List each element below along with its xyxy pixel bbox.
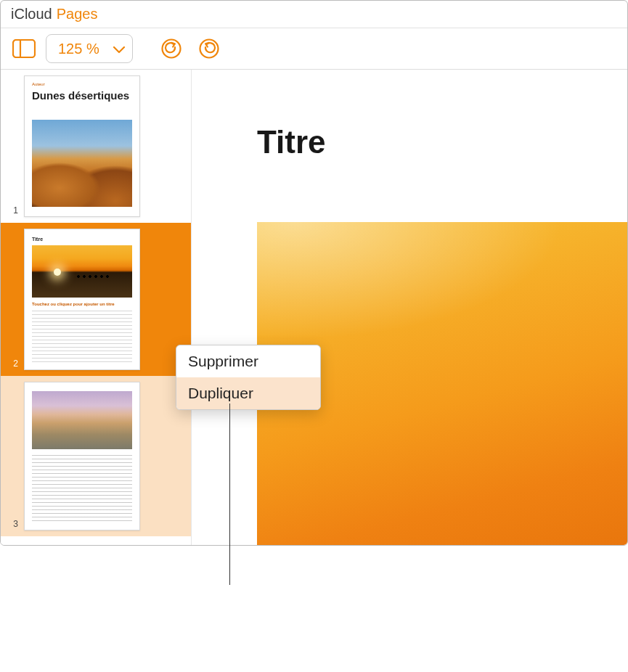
thumbnail-image xyxy=(32,120,132,207)
undo-button[interactable] xyxy=(159,36,184,61)
page-thumbnail-1[interactable]: Auteur Dunes désertiques xyxy=(24,75,140,217)
body-split: 1 Auteur Dunes désertiques 2 Titre Touch… xyxy=(1,70,627,546)
brand-icloud-label: iCloud xyxy=(11,6,52,22)
thumbnail-page-number: 2 xyxy=(8,358,18,370)
thumbnail-row[interactable]: 1 Auteur Dunes désertiques xyxy=(1,70,191,223)
context-menu: Supprimer Dupliquer xyxy=(176,345,321,410)
sidebar-toggle-icon xyxy=(12,39,36,58)
thumbnail-row[interactable]: 3 xyxy=(1,376,191,536)
callout-leader-line xyxy=(229,403,230,585)
page-thumbnail-2[interactable]: Titre Touchez ou cliquez pour ajouter un… xyxy=(24,229,140,370)
zoom-select[interactable]: 125 % xyxy=(46,34,133,63)
thumbnail-author-label: Auteur xyxy=(32,82,45,86)
svg-rect-0 xyxy=(13,40,35,57)
titlebar: iCloud Pages xyxy=(1,1,627,28)
thumbnail-mini-title: Titre xyxy=(32,237,43,242)
page-thumbnail-3[interactable] xyxy=(24,382,140,530)
page-content: Titre xyxy=(192,70,627,546)
brand-pages-label: Pages xyxy=(57,6,98,22)
page-thumbnails-sidebar[interactable]: 1 Auteur Dunes désertiques 2 Titre Touch… xyxy=(1,70,192,546)
app-window: iCloud Pages 125 % xyxy=(0,0,628,546)
toolbar: 125 % xyxy=(1,28,627,70)
thumbnail-body-lines xyxy=(32,455,132,523)
redo-button[interactable] xyxy=(197,36,221,61)
sun-shape xyxy=(54,269,61,276)
sidebar-toggle-button[interactable] xyxy=(11,36,37,62)
history-buttons xyxy=(159,36,221,61)
thumbnail-title: Dunes désertiques xyxy=(32,89,132,102)
thumbnail-body-lines xyxy=(32,311,132,362)
undo-icon xyxy=(160,38,182,60)
thumbnail-page-number: 3 xyxy=(8,519,18,530)
thumbnail-image xyxy=(32,391,132,449)
thumbnail-image xyxy=(32,245,132,298)
context-menu-item-duplicate[interactable]: Dupliquer xyxy=(176,377,320,409)
redo-icon xyxy=(198,38,220,60)
thumbnail-subheading: Touchez ou cliquez pour ajouter un titre xyxy=(32,302,115,306)
silhouette-shape xyxy=(76,274,119,279)
document-canvas[interactable]: Titre xyxy=(192,70,627,546)
thumbnail-row[interactable]: 2 Titre Touchez ou cliquez pour ajouter … xyxy=(1,223,191,376)
page-title[interactable]: Titre xyxy=(257,124,627,160)
zoom-value-label: 125 % xyxy=(58,41,99,57)
context-menu-item-delete[interactable]: Supprimer xyxy=(176,345,320,377)
chevron-down-icon xyxy=(113,41,125,57)
thumbnail-page-number: 1 xyxy=(8,205,18,217)
